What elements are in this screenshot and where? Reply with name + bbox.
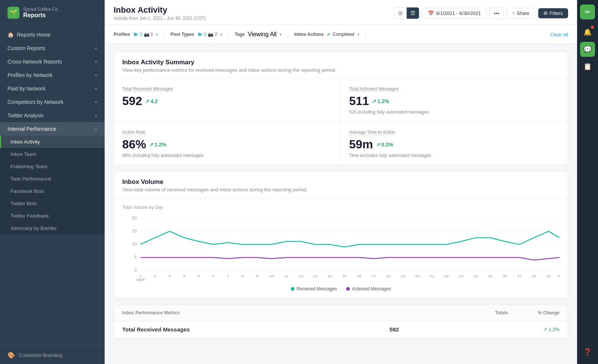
top-header: Inbox Activity Activity from Jun 1, 2021… [105,0,577,25]
post-twitter-badge: 🐦 2 [197,32,207,37]
right-icon-bar: ✏ 🔔 💬 📋 ❓ [577,0,598,364]
metric-label-actioned: Total Actioned Messages [349,86,399,92]
sidebar-item-profiles-by-network[interactable]: Profiles by Network ▾ [0,68,105,82]
svg-text:12: 12 [299,274,303,278]
svg-text:11: 11 [284,274,289,278]
svg-text:10: 10 [269,274,274,278]
svg-text:25: 25 [488,274,493,278]
summary-card-header: Inbox Activity Summary View key performa… [114,52,568,78]
sidebar-item-competitors-by-network[interactable]: Competitors by Network ▾ [0,95,105,109]
volume-title: Inbox Volume [122,178,560,186]
svg-text:3: 3 [169,274,171,278]
filters-button[interactable]: ⚙ Filters [538,8,568,18]
sidebar-item-inbox-activity[interactable]: Inbox Activity [0,136,105,148]
svg-text:16: 16 [357,274,362,278]
tags-filter[interactable]: Tags Viewing All ▾ [235,29,288,40]
sidebar-item-internal-performance[interactable]: Internal Performance ▴ [0,122,105,136]
actioned-messages-line [141,257,560,260]
brand-text-block: Sprout Coffee Co. Reports [23,7,59,19]
notifications-button[interactable]: 🔔 [580,25,595,40]
metric-value-action-rate: 86% ↗ 1.2% [122,138,332,151]
page-subtitle: Activity from Jun 1, 2021 - Jun 30, 2021… [114,16,206,25]
svg-text:27: 27 [517,274,522,278]
filter-icon: ⚙ [543,10,548,16]
svg-text:1: 1 [139,274,142,278]
metric-label-received: Total Received Messages [122,86,173,92]
metric-change-action-rate: ↗ 1.2% [149,142,166,148]
svg-text:SEP: SEP [136,278,145,282]
metric-note-avg-time: Time excludes fully automated messages [349,153,560,158]
grid-view-button[interactable]: ⊞ [394,7,407,19]
header-actions: ⊞ ☰ 📅 6/1/2021 - 6/30/2021 ••• ↑ Share ⚙… [394,7,568,23]
inbox-actions-filter[interactable]: Inbox Actions ✔ Completed ▾ [294,29,366,40]
post-instagram-badge: 📷 2 [208,32,217,37]
list-view-button[interactable]: ☰ [407,7,419,19]
sidebar-item-twitter-analysis[interactable]: Twitter Analysis ▾ [0,109,105,122]
notification-badge [591,26,594,29]
legend-dot-received [291,287,295,291]
summary-subtitle: View key performance metrics for receive… [122,67,560,73]
sidebar-item-twitter-bots[interactable]: Twitter Bots [0,197,105,210]
chart-container: 20 15 10 5 0 1 SEP 2 3 4 [122,215,560,282]
volume-card-header: Inbox Volume View total volume of receiv… [114,172,568,198]
svg-text:23: 23 [459,274,464,278]
metric-change-received: ↗ 4.2 [145,98,157,104]
summary-card: Inbox Activity Summary View key performa… [114,52,568,165]
instagram-badge: 📷 1 [144,32,153,37]
sidebar-item-publishing-team[interactable]: Publishing Team [0,160,105,173]
sidebar-item-facebook-bots[interactable]: Facebook Bots [0,185,105,197]
svg-text:15: 15 [132,229,137,233]
chevron-down-icon: ▾ [95,46,97,51]
profiles-filter[interactable]: Profiles 🐦 2 📷 1 ▾ [114,30,164,39]
svg-text:22: 22 [444,274,449,278]
date-range-button[interactable]: 📅 6/1/2021 - 6/30/2021 [422,8,487,19]
home-icon: 🏠 [7,32,14,38]
share-button[interactable]: ↑ Share [506,8,535,19]
main-content: Inbox Activity Activity from Jun 1, 2021… [105,0,577,364]
sidebar-item-task-performance[interactable]: Task Performance [0,173,105,185]
sidebar-item-paid-by-network[interactable]: Paid by Network ▾ [0,82,105,95]
metric-total-actioned: Total Actioned Messages 511 ↗ 1.2% 525 i… [341,78,568,122]
legend-actioned-messages: Actioned Messages [346,286,391,291]
chart-area: Total Volume by Day 20 15 10 5 [114,198,568,298]
page-title-block: Inbox Activity Activity from Jun 1, 2021… [114,5,206,25]
svg-text:5: 5 [134,255,137,259]
sidebar-item-advocacy-by-bambu[interactable]: Advocacy by Bambu [0,222,105,234]
volume-card: Inbox Volume View total volume of receiv… [114,171,568,299]
svg-text:9: 9 [256,274,259,278]
post-types-filter[interactable]: Post Types 🐦 2 📷 2 ▾ [170,30,229,39]
sidebar-item-reports-home[interactable]: 🏠 Reports Home [0,28,105,41]
share-icon: ↑ [512,10,515,16]
inbox-actions-chevron-icon: ▾ [357,32,360,37]
chevron-down-icon: ▾ [95,113,97,118]
svg-text:4: 4 [183,274,186,278]
chart-label: Total Volume by Day [122,205,560,210]
metric-value-received: 592 ↗ 4.2 [122,94,332,108]
sidebar-item-inbox-team[interactable]: Inbox Team [0,148,105,160]
table-header-totals: Totals [495,310,508,315]
table-header-change: % Change [538,310,560,315]
tasks-button[interactable]: 📋 [580,59,595,74]
sidebar-item-custom-reports[interactable]: Custom Reports ▾ [0,41,105,55]
more-options-button[interactable]: ••• [490,7,504,19]
sidebar-item-twitter-feedback[interactable]: Twitter Feedback [0,210,105,222]
svg-text:15: 15 [342,274,347,278]
clear-all-button[interactable]: Clear all [550,32,568,37]
chevron-down-icon: ▾ [95,73,97,78]
sidebar-item-cross-network[interactable]: Cross-Network Reports ▾ [0,55,105,68]
svg-text:19: 19 [401,274,406,278]
messages-button[interactable]: 💬 [580,42,595,57]
post-types-filter-values: 🐦 2 📷 2 [197,32,217,37]
summary-title: Inbox Activity Summary [122,59,560,66]
compose-button[interactable]: ✏ [580,4,595,19]
help-button[interactable]: ❓ [580,345,595,360]
legend-received-messages: Received Messages [291,286,337,291]
metric-avg-time: Average Time to Action 59m ↗ 0.2% Time e… [341,122,568,165]
metric-action-rate: Action Rate 86% ↗ 1.2% 88% including ful… [114,122,341,165]
svg-text:10: 10 [132,242,137,246]
customize-branding-button[interactable]: 🎨 Customize Branding [0,346,105,364]
up-arrow-icon: ↗ [543,327,547,332]
svg-text:29: 29 [546,274,551,278]
svg-text:18: 18 [386,274,391,278]
table-header: Inbox Performance Metrics Totals % Chang… [114,305,568,321]
